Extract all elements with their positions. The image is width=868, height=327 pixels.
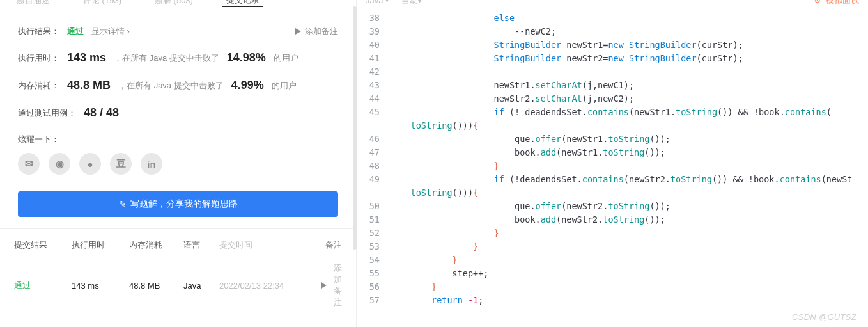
show-details-link[interactable]: 显示详情 bbox=[91, 26, 130, 37]
runtime-value: 143 ms bbox=[67, 51, 106, 65]
douban-icon[interactable]: 豆 bbox=[110, 153, 132, 175]
qq-icon[interactable]: ● bbox=[79, 153, 101, 175]
flag-icon bbox=[295, 27, 302, 36]
testcases-label: 通过测试用例： bbox=[18, 108, 76, 119]
code-editor[interactable]: 38 else39 --newC2;40 StringBuilder newSt… bbox=[357, 10, 868, 307]
row-status: 通过 bbox=[14, 280, 72, 291]
left-tabs: 题目描述 评论 (193) 题解 (503) 提交记录 bbox=[0, 0, 356, 10]
share-icons: ✉ ◉ ● 豆 in bbox=[18, 153, 338, 175]
col-note: 备注 bbox=[325, 239, 342, 251]
tab-comments[interactable]: 评论 (193) bbox=[79, 0, 125, 6]
result-status: 通过 bbox=[67, 26, 84, 37]
memory-value: 48.8 MB bbox=[67, 79, 111, 92]
row-lang: Java bbox=[183, 281, 219, 291]
col-ts: 提交时间 bbox=[219, 239, 309, 251]
mock-interview-button[interactable]: 模拟面试 bbox=[814, 0, 859, 6]
auto-select[interactable]: 自动 bbox=[401, 0, 421, 6]
runtime-pct: 14.98% bbox=[227, 51, 266, 65]
col-result: 提交结果 bbox=[14, 239, 72, 251]
tab-submissions[interactable]: 提交记录 bbox=[222, 0, 263, 7]
submission-history: 提交结果 执行用时 内存消耗 语言 提交时间 备注 通过 143 ms 48.8… bbox=[0, 228, 356, 315]
col-time: 执行用时 bbox=[72, 239, 129, 251]
watermark: CSDN @GUTSZ bbox=[792, 312, 856, 322]
weibo-icon[interactable]: ◉ bbox=[49, 153, 70, 175]
col-mem: 内存消耗 bbox=[129, 239, 183, 251]
memory-suffix: 的用户 bbox=[272, 80, 297, 92]
testcases-value: 48 / 48 bbox=[84, 106, 119, 120]
row-note[interactable]: 添加备注 bbox=[321, 262, 342, 308]
tab-solutions[interactable]: 题解 (503) bbox=[151, 0, 197, 6]
language-select[interactable]: Java bbox=[366, 0, 389, 5]
memory-label: 内存消耗： bbox=[18, 80, 59, 92]
result-panel: 执行结果： 通过 显示详情 添加备注 执行用时： 143 ms ，在所有 Jav… bbox=[0, 10, 356, 228]
linkedin-icon[interactable]: in bbox=[141, 153, 162, 175]
table-row[interactable]: 通过 143 ms 48.8 MB Java 2022/02/13 22:34 … bbox=[14, 262, 342, 308]
runtime-desc: ，在所有 Java 提交中击败了 bbox=[114, 52, 219, 64]
write-solution-button[interactable]: 写题解，分享我的解题思路 bbox=[18, 191, 338, 217]
pencil-icon bbox=[119, 199, 127, 209]
row-ts: 2022/02/13 22:34 bbox=[219, 281, 309, 291]
row-time: 143 ms bbox=[72, 281, 129, 291]
editor-toolbar: Java 自动 模拟面试 bbox=[357, 0, 868, 10]
col-lang: 语言 bbox=[183, 239, 219, 251]
flag-icon bbox=[321, 281, 328, 291]
add-note-link[interactable]: 添加备注 bbox=[295, 26, 338, 37]
runtime-suffix: 的用户 bbox=[274, 52, 298, 64]
memory-pct: 4.99% bbox=[231, 79, 264, 92]
runtime-label: 执行用时： bbox=[18, 52, 59, 64]
row-mem: 48.8 MB bbox=[129, 281, 183, 291]
wechat-icon[interactable]: ✉ bbox=[18, 153, 40, 175]
memory-desc: ，在所有 Java 提交中击败了 bbox=[118, 80, 224, 92]
tab-desc[interactable]: 题目描述 bbox=[13, 0, 54, 6]
brag-label: 炫耀一下： bbox=[18, 134, 338, 145]
result-label: 执行结果： bbox=[18, 26, 59, 37]
